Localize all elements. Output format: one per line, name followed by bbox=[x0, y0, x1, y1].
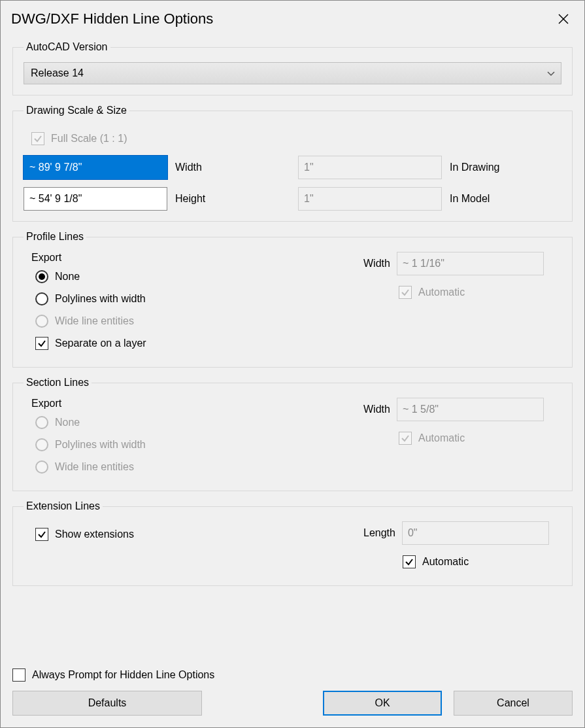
section-automatic-row: Automatic bbox=[399, 429, 561, 447]
section-width-label: Width bbox=[363, 404, 390, 415]
scale-legend: Drawing Scale & Size bbox=[24, 105, 129, 116]
profile-wideline-label: Wide line entities bbox=[55, 315, 134, 327]
section-radio-none bbox=[35, 416, 48, 429]
full-scale-label: Full Scale (1 : 1) bbox=[51, 133, 127, 145]
extension-automatic-checkbox[interactable] bbox=[403, 555, 416, 568]
extension-show-checkbox[interactable] bbox=[35, 528, 48, 541]
always-prompt-label: Always Prompt for Hidden Line Options bbox=[32, 669, 214, 681]
profile-automatic-checkbox bbox=[399, 286, 412, 299]
ok-button[interactable]: OK bbox=[323, 691, 442, 716]
check-icon bbox=[401, 288, 410, 297]
section-automatic-checkbox bbox=[399, 432, 412, 445]
dialog-title: DWG/DXF Hidden Line Options bbox=[11, 10, 213, 27]
cancel-button[interactable]: Cancel bbox=[454, 691, 573, 716]
check-icon bbox=[401, 434, 410, 443]
in-model-label: In Model bbox=[450, 193, 490, 205]
defaults-button[interactable]: Defaults bbox=[12, 691, 202, 716]
dialog-content: AutoCAD Version Release 14 Drawing Scale… bbox=[1, 37, 584, 666]
section-automatic-label: Automatic bbox=[418, 432, 465, 444]
profile-radio-wideline-row: Wide line entities bbox=[35, 312, 363, 330]
profile-polylines-label: Polylines with width bbox=[55, 293, 146, 305]
titlebar: DWG/DXF Hidden Line Options bbox=[1, 1, 584, 37]
in-model-input: 1" bbox=[298, 187, 442, 211]
close-button[interactable] bbox=[550, 6, 577, 32]
extension-automatic-label: Automatic bbox=[422, 556, 469, 568]
extension-length-label: Length bbox=[363, 527, 395, 539]
extension-automatic-row[interactable]: Automatic bbox=[403, 553, 561, 571]
autocad-legend: AutoCAD Version bbox=[24, 41, 110, 53]
profile-legend: Profile Lines bbox=[24, 231, 86, 243]
section-radio-polylines-row: Polylines with width bbox=[35, 436, 363, 454]
full-scale-checkbox bbox=[31, 132, 44, 145]
chevron-down-icon bbox=[547, 67, 555, 79]
always-prompt-row[interactable]: Always Prompt for Hidden Line Options bbox=[12, 668, 573, 682]
section-legend: Section Lines bbox=[24, 377, 92, 389]
profile-separate-checkbox[interactable] bbox=[35, 337, 48, 350]
section-export-label: Export bbox=[24, 398, 363, 409]
extension-length-input: 0" bbox=[402, 521, 549, 545]
autocad-version-value: Release 14 bbox=[31, 67, 84, 79]
width-label: Width bbox=[175, 162, 202, 173]
check-icon bbox=[405, 557, 414, 566]
section-none-label: None bbox=[55, 417, 80, 428]
section-wideline-label: Wide line entities bbox=[55, 461, 134, 473]
profile-width-label: Width bbox=[363, 258, 390, 269]
group-autocad-version: AutoCAD Version Release 14 bbox=[12, 41, 573, 95]
extension-legend: Extension Lines bbox=[24, 500, 103, 512]
profile-width-input: ~ 1 1/16" bbox=[397, 252, 544, 275]
section-width-input: ~ 1 5/8" bbox=[397, 398, 544, 421]
profile-automatic-row: Automatic bbox=[399, 283, 561, 302]
width-input[interactable]: ~ 89' 9 7/8" bbox=[24, 156, 167, 179]
profile-separate-label: Separate on a layer bbox=[55, 338, 146, 349]
group-section-lines: Section Lines Export None Polylines with… bbox=[12, 377, 573, 491]
check-icon bbox=[37, 530, 46, 539]
profile-automatic-label: Automatic bbox=[418, 286, 465, 298]
in-drawing-input: 1" bbox=[298, 156, 442, 179]
profile-radio-polylines-row[interactable]: Polylines with width bbox=[35, 290, 363, 308]
group-profile-lines: Profile Lines Export None Polylines with… bbox=[12, 231, 573, 368]
profile-none-label: None bbox=[55, 271, 80, 283]
in-drawing-label: In Drawing bbox=[450, 162, 499, 173]
check-icon bbox=[33, 134, 42, 143]
button-row: Defaults OK Cancel bbox=[12, 691, 573, 716]
height-input[interactable]: ~ 54' 9 1/8" bbox=[24, 187, 167, 211]
group-extension-lines: Extension Lines Show extensions Length 0… bbox=[12, 500, 573, 586]
profile-export-label: Export bbox=[24, 252, 363, 264]
section-radio-wideline bbox=[35, 460, 48, 474]
group-drawing-scale: Drawing Scale & Size Full Scale (1 : 1) … bbox=[12, 105, 573, 222]
check-icon bbox=[37, 339, 46, 348]
extension-show-row[interactable]: Show extensions bbox=[24, 525, 363, 544]
height-label: Height bbox=[175, 193, 205, 205]
section-polylines-label: Polylines with width bbox=[55, 439, 146, 451]
dialog-footer: Always Prompt for Hidden Line Options De… bbox=[1, 666, 584, 727]
section-radio-polylines bbox=[35, 438, 48, 451]
autocad-version-select[interactable]: Release 14 bbox=[24, 62, 561, 84]
extension-show-label: Show extensions bbox=[55, 529, 134, 540]
dialog-window: DWG/DXF Hidden Line Options AutoCAD Vers… bbox=[0, 0, 585, 728]
profile-separate-row[interactable]: Separate on a layer bbox=[35, 334, 363, 353]
section-radio-none-row: None bbox=[35, 413, 363, 432]
full-scale-checkbox-row: Full Scale (1 : 1) bbox=[24, 130, 561, 148]
profile-radio-none[interactable] bbox=[35, 270, 48, 283]
profile-radio-none-row[interactable]: None bbox=[35, 268, 363, 286]
section-radio-wideline-row: Wide line entities bbox=[35, 458, 363, 476]
profile-radio-wideline bbox=[35, 315, 48, 328]
profile-radio-polylines[interactable] bbox=[35, 292, 48, 305]
close-icon bbox=[558, 13, 569, 25]
always-prompt-checkbox[interactable] bbox=[12, 668, 25, 682]
